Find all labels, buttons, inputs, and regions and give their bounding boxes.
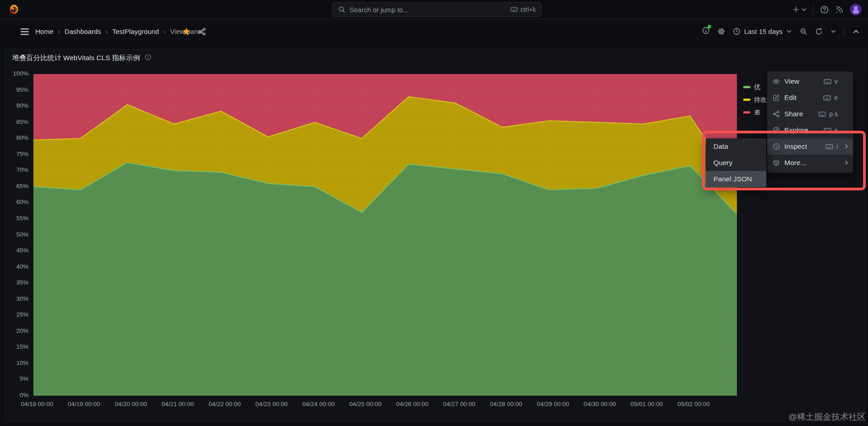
search-placeholder: Search or jump to... xyxy=(349,6,506,14)
x-tick-label: 04/22 00:00 xyxy=(208,401,241,407)
breadcrumb-item-dashboards[interactable]: Dashboards xyxy=(65,28,101,35)
submenu-item-query[interactable]: Query xyxy=(706,155,766,171)
area-good xyxy=(33,163,737,396)
dashboard-actions xyxy=(182,27,206,36)
y-tick-label: 15% xyxy=(5,343,28,350)
submenu-item-panel-json[interactable]: Panel JSON xyxy=(706,171,766,187)
breadcrumb-item-testplayground[interactable]: TestPlayground xyxy=(112,28,159,35)
compass-icon xyxy=(773,127,780,134)
info-circle-icon xyxy=(145,54,151,61)
search-input[interactable]: Search or jump to... ctrl+k xyxy=(332,2,542,17)
search-icon xyxy=(338,6,345,13)
share-nodes-icon xyxy=(773,110,780,118)
menu-item-label: Share xyxy=(784,110,803,118)
chart-panel: 堆叠百分比统计 WebVitals CLS 指标示例 100%95%90%85%… xyxy=(5,49,864,421)
panel-header[interactable]: 堆叠百分比统计 WebVitals CLS 指标示例 xyxy=(12,53,151,63)
y-tick-label: 30% xyxy=(5,295,28,302)
dashboard-insights-button[interactable] xyxy=(702,27,710,36)
keyboard-icon xyxy=(818,110,826,118)
grafana-view-panel-page: { "topbar": { "search_placeholder": "Sea… xyxy=(0,0,868,426)
menu-item-explore[interactable]: Explorex xyxy=(767,122,853,138)
zoom-out-button[interactable] xyxy=(800,28,807,35)
menu-shortcut-key: x xyxy=(835,127,838,134)
keyboard-icon xyxy=(826,143,833,151)
toolbar-divider xyxy=(844,27,844,37)
notification-dot xyxy=(708,25,711,28)
cube-icon xyxy=(773,159,780,166)
grafana-logo[interactable] xyxy=(7,3,20,16)
hamburger-icon xyxy=(19,27,31,36)
menu-item-share[interactable]: Sharep s xyxy=(767,106,853,122)
breadcrumb-bar: Home›Dashboards›TestPlayground›View pane… xyxy=(0,19,868,43)
favorite-star-icon[interactable] xyxy=(182,27,191,36)
y-tick-label: 5% xyxy=(5,375,28,382)
menu-shortcut: v xyxy=(824,78,838,85)
y-tick-label: 35% xyxy=(5,279,28,286)
plus-icon xyxy=(793,6,800,13)
y-tick-label: 90% xyxy=(5,102,28,109)
menu-shortcut: i xyxy=(826,143,838,151)
x-tick-label: 05/01 00:00 xyxy=(631,401,663,407)
chevron-right-icon xyxy=(844,143,849,149)
y-tick-label: 65% xyxy=(5,183,28,189)
dashboard-toolbar: Last 15 days xyxy=(702,27,860,37)
share-dashboard-icon[interactable] xyxy=(198,28,206,36)
y-tick-label: 0% xyxy=(5,392,28,398)
legend-label: 差 xyxy=(754,109,760,117)
info-circle-icon xyxy=(773,143,780,150)
y-tick-label: 80% xyxy=(5,134,28,141)
menu-item-view[interactable]: Viewv xyxy=(767,73,853,90)
menu-shortcut-key: p s xyxy=(829,110,838,118)
menu-item-label: Explore xyxy=(784,126,808,134)
user-avatar[interactable] xyxy=(850,4,862,15)
dashboard-settings-button[interactable] xyxy=(717,28,725,35)
topbar-actions xyxy=(793,0,862,19)
menu-item-more[interactable]: More... xyxy=(767,155,853,171)
legend-color-dash xyxy=(743,86,750,88)
new-button[interactable] xyxy=(793,6,807,13)
submenu-item-data[interactable]: Data xyxy=(706,138,766,155)
mega-menu-toggle[interactable] xyxy=(19,27,31,36)
x-tick-label: 04/27 00:00 xyxy=(443,401,475,407)
chevron-down-icon xyxy=(786,28,792,34)
y-tick-label: 55% xyxy=(5,215,28,222)
news-button[interactable] xyxy=(835,5,844,14)
y-tick-label: 100% xyxy=(5,70,28,77)
breadcrumb-separator: › xyxy=(106,28,108,35)
x-tick-label: 04/18 00:00 xyxy=(21,401,53,407)
chevron-down-icon xyxy=(801,7,807,13)
top-nav-bar: Search or jump to... ctrl+k xyxy=(0,0,868,19)
help-button[interactable] xyxy=(820,5,829,14)
panel-description-button[interactable] xyxy=(145,54,151,62)
stacked-area-chart[interactable] xyxy=(33,74,737,396)
menu-shortcut-key: e xyxy=(834,94,838,101)
x-tick-label: 04/19 00:00 xyxy=(68,401,100,407)
menu-shortcut-key: v xyxy=(835,78,838,85)
menu-item-edit[interactable]: Edite xyxy=(767,90,853,106)
panel-context-menu: ViewvEditeSharep sExplorexInspectiMore..… xyxy=(767,71,853,173)
y-tick-label: 45% xyxy=(5,247,28,254)
y-tick-label: 60% xyxy=(5,199,28,205)
topbar-divider xyxy=(813,5,814,14)
menu-item-inspect[interactable]: Inspecti xyxy=(767,138,853,155)
menu-shortcut: p s xyxy=(818,110,838,118)
refresh-button[interactable] xyxy=(815,28,823,35)
y-tick-label: 20% xyxy=(5,327,28,334)
x-tick-label: 04/24 00:00 xyxy=(302,401,335,407)
y-tick-label: 70% xyxy=(5,166,28,173)
menu-item-label: Inspect xyxy=(784,142,807,151)
y-tick-label: 40% xyxy=(5,263,28,270)
pen-icon xyxy=(773,94,780,101)
x-tick-label: 05/02 00:00 xyxy=(678,401,710,407)
time-range-picker[interactable]: Last 15 days xyxy=(733,28,792,35)
breadcrumb-separator: › xyxy=(164,28,166,35)
y-tick-label: 25% xyxy=(5,311,28,318)
keyboard-icon xyxy=(823,94,831,102)
collapse-toolbar-button[interactable] xyxy=(852,28,860,35)
x-tick-label: 04/25 00:00 xyxy=(349,401,381,407)
refresh-interval-dropdown[interactable] xyxy=(830,28,836,34)
x-tick-label: 04/29 00:00 xyxy=(537,401,569,407)
breadcrumb-item-home[interactable]: Home xyxy=(35,28,53,35)
x-tick-label: 04/30 00:00 xyxy=(584,401,616,407)
chevron-right-icon xyxy=(844,160,849,166)
